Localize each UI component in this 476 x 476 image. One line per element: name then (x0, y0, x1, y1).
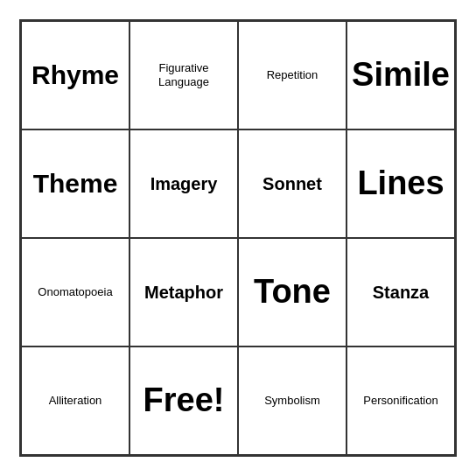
cell-label-r1c0: Theme (33, 168, 118, 200)
cell-label-r0c2: Repetition (267, 68, 318, 82)
bingo-board: RhymeFigurative LanguageRepetitionSimile… (19, 19, 457, 457)
cell-label-r3c2: Symbolism (264, 394, 320, 408)
cell-r1c3: Lines (346, 130, 455, 238)
cell-r1c0: Theme (21, 130, 130, 238)
cell-label-r3c0: Alliteration (49, 394, 102, 408)
cell-r2c1: Metaphor (130, 238, 238, 346)
cell-label-r2c0: Onomatopoeia (38, 285, 112, 299)
cell-label-r0c1: Figurative Language (136, 61, 232, 88)
cell-r3c2: Symbolism (238, 346, 346, 455)
cell-label-r2c2: Tone (254, 272, 331, 312)
cell-r0c1: Figurative Language (130, 21, 238, 130)
cell-r0c2: Repetition (238, 21, 346, 130)
cell-r3c3: Personification (346, 346, 455, 455)
cell-label-r0c0: Rhyme (32, 60, 119, 91)
cell-r3c1: Free! (130, 346, 238, 455)
cell-label-r2c3: Stanza (373, 282, 429, 303)
cell-r2c3: Stanza (346, 238, 455, 346)
cell-label-r0c3: Simile (352, 55, 450, 95)
cell-r2c2: Tone (238, 238, 346, 346)
cell-label-r1c2: Sonnet (262, 173, 322, 194)
cell-r1c2: Sonnet (238, 130, 346, 238)
cell-r1c1: Imagery (130, 130, 238, 238)
cell-label-r3c3: Personification (363, 394, 438, 408)
cell-r2c0: Onomatopoeia (21, 238, 130, 346)
cell-label-r2c1: Metaphor (144, 282, 223, 303)
cell-label-r1c1: Imagery (150, 173, 218, 194)
cell-label-r1c3: Lines (357, 164, 444, 204)
cell-r0c3: Simile (346, 21, 455, 130)
cell-label-r3c1: Free! (144, 381, 225, 421)
cell-r0c0: Rhyme (21, 21, 130, 130)
cell-r3c0: Alliteration (21, 346, 130, 455)
